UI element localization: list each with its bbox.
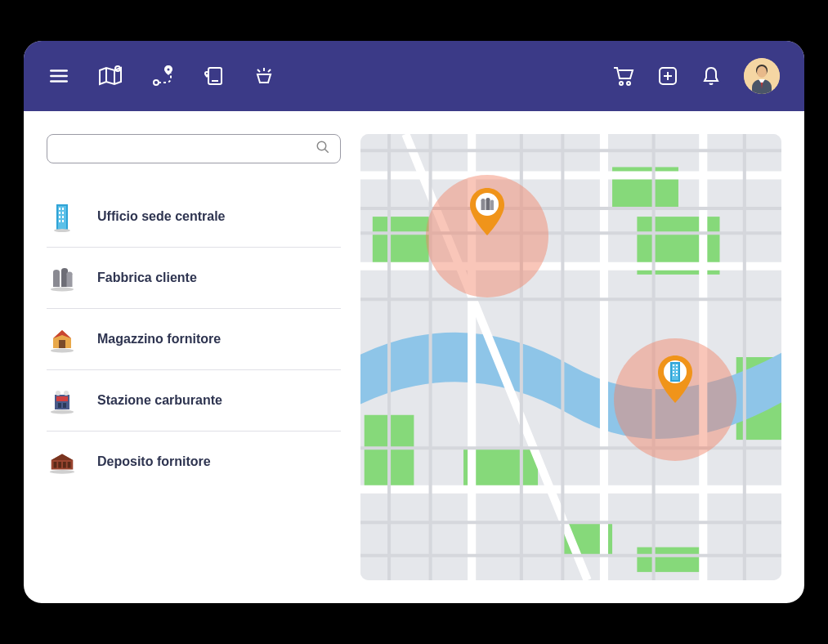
svg-point-15 [620, 82, 623, 85]
svg-point-22 [317, 141, 326, 150]
svg-rect-54 [63, 462, 66, 468]
svg-point-47 [56, 391, 60, 396]
svg-point-48 [64, 391, 69, 396]
svg-point-9 [206, 73, 208, 74]
list-item[interactable]: Stazione carburante [47, 370, 341, 432]
svg-rect-53 [58, 462, 61, 468]
menu-icon[interactable] [48, 65, 69, 87]
svg-rect-37 [53, 272, 60, 287]
svg-rect-46 [56, 396, 68, 401]
navbar [24, 41, 804, 111]
map-icon[interactable] [97, 65, 123, 87]
svg-rect-33 [62, 220, 64, 222]
list-item-label: Ufficio sede centrale [97, 209, 226, 224]
svg-rect-91 [490, 201, 494, 210]
svg-rect-41 [67, 274, 73, 287]
map[interactable] [360, 134, 781, 580]
svg-rect-29 [62, 212, 64, 214]
search-box[interactable] [47, 134, 341, 163]
svg-rect-30 [59, 216, 60, 218]
svg-rect-26 [59, 208, 60, 210]
svg-point-35 [51, 288, 74, 292]
map-pin-office[interactable] [655, 354, 696, 408]
svg-point-42 [51, 349, 74, 353]
add-icon[interactable] [657, 65, 678, 87]
search-input[interactable] [57, 142, 316, 155]
svg-point-6 [154, 80, 159, 85]
svg-line-14 [268, 69, 271, 72]
svg-point-21 [757, 66, 767, 78]
svg-line-13 [257, 69, 260, 72]
svg-rect-99 [673, 371, 674, 373]
svg-rect-27 [62, 208, 64, 210]
office-building-icon [47, 201, 78, 232]
bell-icon[interactable] [701, 65, 721, 87]
cart-icon[interactable] [611, 65, 634, 87]
svg-rect-101 [673, 374, 674, 376]
svg-rect-100 [676, 371, 678, 373]
list-item[interactable]: Ufficio sede centrale [47, 186, 341, 248]
svg-rect-97 [673, 368, 674, 369]
svg-rect-49 [58, 403, 61, 408]
warehouse-icon [47, 324, 78, 355]
svg-point-34 [54, 229, 70, 232]
factory-icon [47, 262, 78, 293]
fuel-station-icon [47, 385, 78, 416]
location-list: Ufficio sede centrale Fabbrica cliente M… [47, 186, 341, 492]
svg-point-16 [627, 82, 630, 85]
route-icon[interactable] [151, 65, 174, 87]
svg-rect-55 [68, 462, 71, 468]
svg-rect-95 [673, 364, 674, 366]
svg-rect-57 [373, 217, 431, 266]
svg-rect-64 [637, 548, 703, 572]
svg-point-7 [168, 69, 170, 71]
svg-rect-102 [676, 374, 678, 376]
depot-icon [47, 446, 78, 477]
list-item[interactable]: Magazzino fornitore [47, 309, 341, 370]
list-item-label: Deposito fornitore [97, 454, 211, 469]
list-item-label: Magazzino fornitore [97, 332, 221, 347]
list-item[interactable]: Deposito fornitore [47, 432, 341, 492]
svg-line-23 [324, 149, 329, 153]
svg-rect-87 [481, 200, 486, 210]
sidebar: Ufficio sede centrale Fabbrica cliente M… [47, 134, 341, 580]
search-icon [316, 140, 330, 158]
list-item[interactable]: Fabbrica cliente [47, 248, 341, 309]
svg-point-51 [50, 470, 74, 474]
location-search-icon[interactable] [202, 65, 225, 87]
svg-rect-43 [59, 340, 65, 348]
svg-rect-28 [59, 212, 60, 214]
nav-right [611, 58, 780, 94]
svg-point-44 [51, 410, 74, 414]
svg-rect-50 [63, 403, 66, 408]
content: Ufficio sede centrale Fabbrica cliente M… [24, 111, 804, 603]
nav-left [48, 65, 275, 87]
svg-rect-52 [54, 462, 57, 468]
list-item-label: Fabbrica cliente [97, 271, 197, 285]
svg-rect-98 [676, 368, 678, 369]
user-avatar[interactable] [744, 58, 780, 94]
map-pin-factory[interactable] [467, 186, 508, 240]
list-item-label: Stazione carburante [97, 393, 222, 408]
svg-rect-32 [59, 220, 60, 222]
svg-rect-89 [486, 199, 490, 210]
app-window: Ufficio sede centrale Fabbrica cliente M… [24, 41, 804, 603]
svg-rect-31 [62, 216, 64, 218]
svg-rect-96 [676, 364, 678, 366]
alert-icon[interactable] [253, 65, 275, 87]
